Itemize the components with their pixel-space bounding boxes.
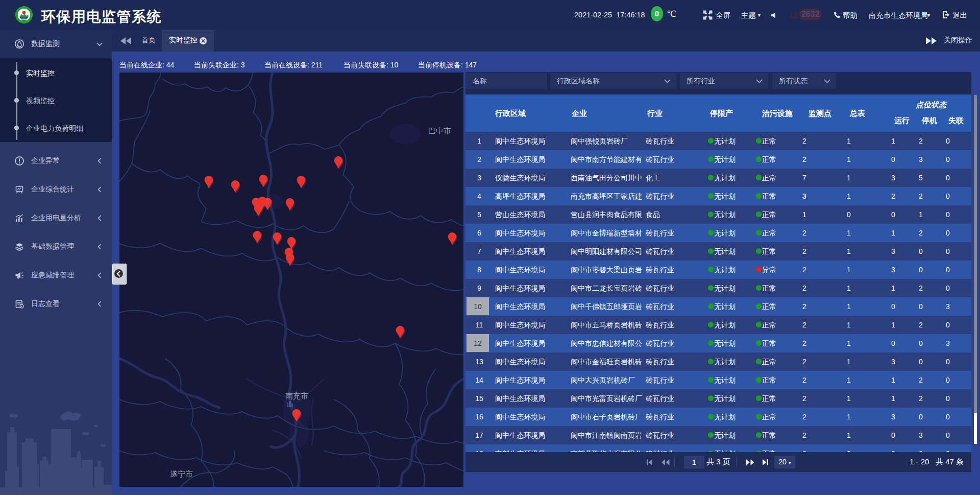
svg-text:巴中市: 巴中市 [428,126,451,135]
svg-text:南充市: 南充市 [285,391,308,400]
svg-text:遂宁市: 遂宁市 [170,469,193,478]
